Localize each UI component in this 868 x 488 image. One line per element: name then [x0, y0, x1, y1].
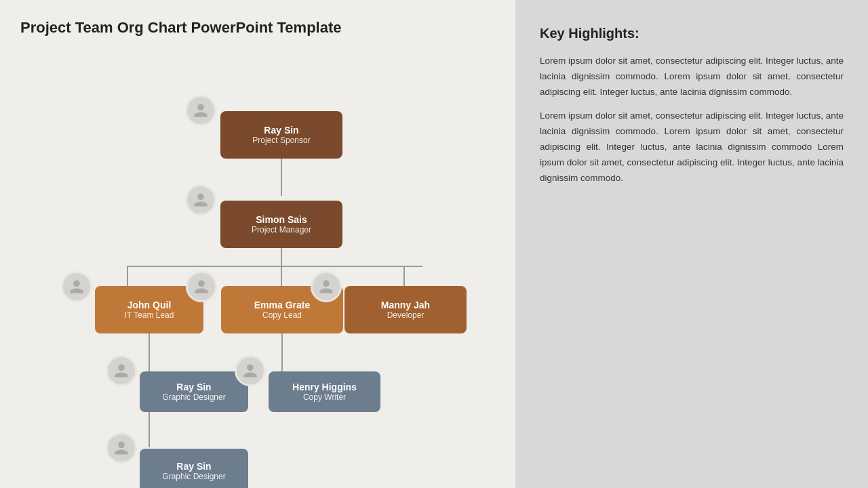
node-ray-sponsor[interactable]: Ray Sin Project Sponsor	[220, 111, 342, 159]
connector-emma-down	[281, 333, 283, 371]
highlights-para-1: Lorem ipsum dolor sit amet, consectetur …	[540, 54, 844, 100]
node-manny[interactable]: Manny Jah Developer	[344, 286, 467, 333]
highlights-title: Key Highlights:	[540, 26, 844, 41]
node-ray2[interactable]: Ray Sin Graphic Designer	[140, 449, 248, 488]
highlights-para-2: Lorem ipsum dolor sit amet, consectetur …	[540, 108, 844, 186]
page-title: Project Team Org Chart PowerPoint Templa…	[20, 19, 495, 37]
connector-john-down	[149, 333, 150, 371]
avatar-ray1	[106, 355, 137, 386]
right-panel: Key Highlights: Lorem ipsum dolor sit am…	[515, 0, 868, 488]
node-ray1[interactable]: Ray Sin Graphic Designer	[140, 371, 248, 412]
node-henry[interactable]: Henry Higgins Copy Writer	[269, 371, 380, 412]
avatar-manny	[311, 271, 342, 302]
node-simon[interactable]: Simon Sais Project Manager	[220, 201, 342, 248]
avatar-henry	[235, 355, 266, 386]
avatar-john	[61, 271, 92, 302]
highlights-text: Lorem ipsum dolor sit amet, consectetur …	[540, 54, 844, 186]
connector-simon-down	[281, 248, 282, 267]
org-chart: Ray Sin Project Sponsor Simon Sais Proje…	[20, 49, 495, 488]
connector-h-level3	[127, 266, 422, 267]
left-panel: Project Team Org Chart PowerPoint Templa…	[0, 0, 515, 488]
avatar-ray-sponsor	[185, 95, 216, 126]
connector-ray1-down	[149, 412, 150, 447]
avatar-emma	[186, 271, 217, 302]
connector-manny-up	[403, 266, 405, 286]
connector-john-up	[127, 266, 128, 286]
connector-sponsor-pm	[281, 159, 282, 196]
connector-emma-up	[281, 266, 282, 286]
avatar-simon	[185, 184, 216, 216]
avatar-ray2	[106, 432, 137, 464]
